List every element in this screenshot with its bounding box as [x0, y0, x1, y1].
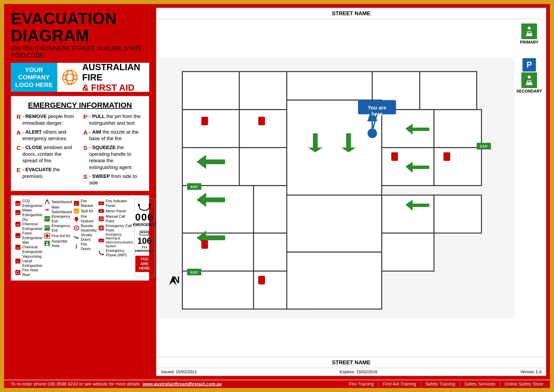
- race-e: E - EVACUATE the premises.: [17, 166, 77, 179]
- svg-rect-67: [239, 147, 287, 185]
- brand-line2: & FIRST AID: [82, 83, 134, 92]
- street-top: STREET NAME: [156, 8, 546, 19]
- svg-rect-95: [201, 117, 208, 125]
- emergcall-label: Emergency Call Point: [106, 224, 133, 233]
- legend-hose: Fire Hose Reel: [15, 268, 43, 277]
- svg-marker-40: [76, 247, 77, 249]
- legend-emergcall: Emergency Call Point: [98, 224, 133, 233]
- legend-col1: CO2 CO2 Extinguisher H2O Water Extinguis…: [15, 199, 43, 277]
- phone-icon: [98, 250, 104, 256]
- eexit2-label: Emergency Exit: [52, 224, 72, 233]
- fip-icon: FIP: [98, 200, 104, 207]
- race-a: A - ALERT others and emergency services.: [17, 129, 77, 142]
- svg-point-53: [149, 204, 151, 206]
- eexit1-icon: EXIT→: [44, 216, 50, 222]
- wet-icon: WET: [15, 244, 21, 250]
- svg-point-28: [47, 242, 48, 243]
- assembly-icon: [44, 240, 50, 246]
- svg-rect-62: [182, 71, 239, 110]
- svg-point-54: [138, 204, 140, 206]
- firstaid-label: First Aid Kit: [52, 234, 70, 238]
- footer-left: To re-order phone (08) 8596 4243 or see …: [11, 381, 222, 387]
- legend-smokedoors: Smoke Doors: [73, 233, 97, 242]
- ewis-label: Emergency Warning & Intercommunication S…: [106, 233, 133, 248]
- emergency-grid: R - REMOVE people from immediate danger.…: [17, 113, 143, 186]
- legend-ewis: EWIS Emergency Warning & Intercommunicat…: [98, 233, 133, 248]
- footer-link-safety[interactable]: Safety Training: [425, 381, 460, 387]
- svg-text:EXIT: EXIT: [480, 145, 487, 148]
- mainsw-label: Main Switchboard: [52, 205, 72, 214]
- brand-name: AUSTRALIAN FIRE & FIRST AID: [82, 63, 145, 92]
- floor-plan: EXIT EXIT EXIT EXIT: [159, 21, 515, 355]
- outer-border: EVACUATION DIAGRAM 100 YOUR BUSINESS STR…: [0, 0, 554, 392]
- svg-text:You are: You are: [368, 105, 387, 111]
- switchboard-icon: [44, 199, 50, 205]
- left-panel: EVACUATION DIAGRAM 100 YOUR BUSINESS STR…: [4, 4, 156, 380]
- svg-text:FOAM: FOAM: [16, 236, 20, 237]
- primary-box: PRIMARY: [520, 23, 538, 45]
- hose-icon: [15, 269, 21, 276]
- legend-eexit1: EXIT→ Emergency Exit: [44, 214, 72, 223]
- wet-label: Wet Chemical Extinguisher: [22, 240, 43, 254]
- legend-manualcall: Manual Call Point: [98, 214, 133, 223]
- legend-wet: WET Wet Chemical Extinguisher: [15, 240, 43, 254]
- legend-col2: Switchboard M/ Main Switchboard EXIT→: [44, 199, 72, 277]
- race-r: R - REMOVE people from immediate danger.: [17, 113, 77, 126]
- svg-rect-86: [382, 233, 434, 271]
- svg-rect-99: [391, 152, 398, 161]
- brand-line1: AUSTRALIAN FIRE: [82, 63, 140, 82]
- map-area: EXIT EXIT EXIT EXIT: [156, 19, 546, 357]
- legend-co2: CO2 CO2 Extinguisher: [15, 199, 43, 208]
- smokedoors-icon: [73, 234, 80, 240]
- evacuation-title: EVACUATION DIAGRAM: [11, 10, 149, 44]
- pass-s2: S - SWEEP from side to side: [83, 173, 143, 186]
- smokedoors-label: Smoke Doors: [81, 233, 97, 242]
- emergency-title: EMERGENCY INFORMATION: [17, 101, 143, 110]
- footer-link-firstaid[interactable]: First Aid Training: [383, 381, 421, 387]
- svg-rect-66: [182, 147, 239, 185]
- manualcall-label: Manual Call Point: [106, 214, 133, 223]
- svg-rect-59: [145, 232, 146, 233]
- bottom-bar: To re-order phone (08) 8596 4243 or see …: [4, 380, 550, 388]
- secondary-assembly-icon: [521, 72, 537, 88]
- legend-phone: Emergency Phone (WIP): [98, 248, 133, 258]
- footer-website[interactable]: www.australianfireandfirstaid.com.au: [143, 381, 222, 386]
- vapour-icon: VAP: [15, 258, 21, 264]
- map-footer: Issued: 15/02/2011 Expires: 15/02/2016 V…: [156, 368, 546, 376]
- legend-switchboard: Switchboard: [44, 199, 72, 205]
- eexit2-icon: EXIT: [44, 225, 50, 231]
- expires-date: Expires: 15/02/2016: [340, 369, 378, 374]
- footer-link-fire[interactable]: Fire Training: [349, 381, 378, 387]
- assembly-label: Assembly Area: [52, 239, 72, 248]
- svg-rect-45: [99, 216, 104, 221]
- svg-text:MP: MP: [100, 210, 103, 212]
- legend-col4: FIP Fire Indicator Panel MP Mimic Panel: [98, 199, 133, 277]
- legend-assembly: Assembly Area: [44, 239, 72, 248]
- legend-vapour: VAP Vapourising Liquid Extinguisher: [15, 254, 43, 268]
- legend-fireblanket: FB Fire Blanket: [73, 199, 97, 208]
- footer-link-services[interactable]: Safety Services: [464, 381, 500, 387]
- mimic-label: Mimic Panel: [106, 209, 126, 213]
- svg-text:EWIS: EWIS: [99, 240, 103, 242]
- svg-rect-36: [76, 221, 77, 222]
- emerg-000-label: EMERGENCY: [133, 223, 156, 227]
- race-column: R - REMOVE people from immediate danger.…: [17, 113, 77, 186]
- svg-rect-35: [74, 218, 78, 219]
- legend-box: CO2 CO2 Extinguisher H2O Water Extinguis…: [11, 195, 149, 281]
- svg-rect-9: [15, 233, 20, 238]
- co2-icon: CO2: [15, 200, 21, 207]
- hydrant-icon: [73, 216, 80, 222]
- co2-label: CO2 Extinguisher: [22, 199, 43, 208]
- svg-rect-77: [434, 147, 482, 185]
- hose-label: Fire Hose Reel: [22, 268, 43, 277]
- svg-point-123: [528, 76, 531, 79]
- legend-firedoors: Fire Doors: [73, 242, 97, 251]
- legend-grid: CO2 CO2 Extinguisher H2O Water Extinguis…: [15, 199, 145, 277]
- svg-text:H2O: H2O: [16, 213, 20, 214]
- dry-label: Dry Chemical Extinguisher: [22, 217, 43, 231]
- svg-point-49: [101, 228, 102, 228]
- footer-link-store[interactable]: Online Safety Store: [505, 381, 543, 387]
- logo-row: YOUR COMPANY LOGO HERE AUSTRALIAN FIRE: [11, 63, 149, 92]
- svg-text:M/: M/: [45, 208, 49, 212]
- legend-eexit2: EXIT Emergency Exit: [44, 224, 72, 233]
